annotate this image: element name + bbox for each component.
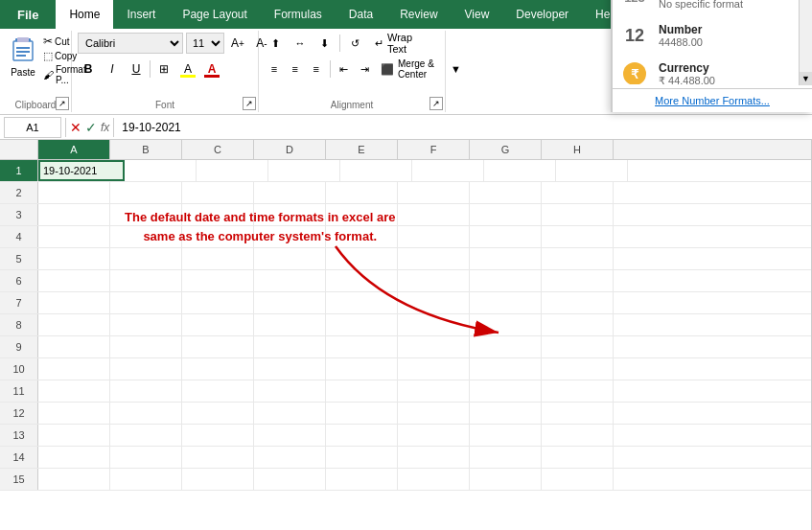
table-row: 6 <box>0 270 811 292</box>
alignment-label: Alignment <box>259 100 445 110</box>
format-scrollbar[interactable]: ▲ ▼ <box>799 0 812 85</box>
cell-e1[interactable] <box>340 160 412 181</box>
paste-icon <box>8 35 38 65</box>
tab-file[interactable]: File <box>0 0 56 29</box>
cell-b1[interactable] <box>125 160 197 181</box>
clipboard-dialog-btn[interactable]: ↗ <box>56 97 69 110</box>
alignment-dialog-btn[interactable]: ↗ <box>429 97 443 110</box>
scroll-down-btn[interactable]: ▼ <box>800 72 812 85</box>
bold-button[interactable]: B <box>78 58 99 80</box>
ribbon: Paste ✂Cut ⬚Copy 🖌Format P... Clipboard … <box>0 29 812 115</box>
align-bottom-btn[interactable]: ⬇ <box>313 33 336 54</box>
col-header-a[interactable]: A <box>38 140 110 159</box>
col-header-d[interactable]: D <box>254 140 326 159</box>
align-top-btn[interactable]: ⬆ <box>265 33 287 54</box>
currency-svg: ₹ <box>621 60 648 84</box>
tab-home[interactable]: Home <box>56 0 113 29</box>
font-group: Calibri 11 A+ A- B I U ⊞ A A Font ↗ <box>72 31 259 112</box>
underline-button[interactable]: U <box>126 58 147 80</box>
number-icon: 12 <box>620 21 649 50</box>
table-row: 10 <box>0 358 811 380</box>
row-num-1: 1 <box>0 160 38 181</box>
tab-formulas[interactable]: Formulas <box>261 0 336 29</box>
cell-c1[interactable] <box>197 160 268 181</box>
col-header-e[interactable]: E <box>326 140 398 159</box>
align-right-btn[interactable]: ≡ <box>307 58 326 80</box>
col-header-h[interactable]: H <box>542 140 614 159</box>
cell-g1[interactable] <box>484 160 556 181</box>
format-item-currency[interactable]: ₹ Currency ₹ 44,488.00 <box>613 55 812 84</box>
row-num-header <box>0 140 38 159</box>
fill-color-button[interactable]: A <box>177 58 198 80</box>
general-value: No specific format <box>659 0 743 10</box>
font-dialog-btn[interactable]: ↗ <box>243 97 256 110</box>
paste-label: Paste <box>11 67 35 78</box>
wrap-text-icon: ↵ <box>375 37 383 50</box>
formula-check-btn[interactable]: ✓ <box>85 120 97 135</box>
table-row: 11 <box>0 380 811 403</box>
number-text: Number 44488.00 <box>659 23 703 48</box>
formula-x-btn[interactable]: ✕ <box>70 120 81 135</box>
merge-icon: ⬛ <box>381 63 394 76</box>
border-button[interactable]: ⊞ <box>153 58 174 80</box>
svg-rect-2 <box>17 37 29 42</box>
tab-developer[interactable]: Developer <box>502 0 582 29</box>
spreadsheet-area: A B C D E F G H 1 19-10-2021 <box>0 140 812 530</box>
format-panel: 2 ▼ 123 General No specific format <box>611 0 812 112</box>
table-row: 13 <box>0 425 811 447</box>
table-row: 15 <box>0 469 811 491</box>
more-formats-link[interactable]: More Number Formats... <box>613 88 812 112</box>
formula-input[interactable] <box>118 117 808 138</box>
tab-data[interactable]: Data <box>336 0 386 29</box>
font-label: Font <box>72 100 258 110</box>
increase-indent-btn[interactable]: ⇥ <box>355 58 374 80</box>
cell-a1[interactable]: 19-10-2021 <box>38 160 125 181</box>
wrap-text-button[interactable]: ↵ Wrap Text <box>368 33 439 54</box>
svg-rect-3 <box>16 47 30 49</box>
table-row: 8 <box>0 314 811 336</box>
tab-view[interactable]: View <box>452 0 503 29</box>
paste-button[interactable]: Paste <box>6 33 40 78</box>
cell-d1[interactable] <box>268 160 340 181</box>
formula-divider <box>65 118 66 137</box>
font-name-select[interactable]: Calibri <box>78 33 183 54</box>
table-row: 12 <box>0 403 811 425</box>
text-direction-btn[interactable]: ↺ <box>344 33 366 54</box>
col-header-b[interactable]: B <box>110 140 182 159</box>
align-center-btn[interactable]: ≡ <box>286 58 305 80</box>
format-item-number[interactable]: 12 Number 44488.00 <box>613 16 812 55</box>
formula-divider2 <box>113 118 114 137</box>
grid-container: A B C D E F G H 1 19-10-2021 <box>0 140 812 530</box>
align-left-btn[interactable]: ≡ <box>265 58 284 80</box>
table-row: 3 <box>0 204 811 226</box>
table-row: 1 19-10-2021 <box>0 160 811 182</box>
name-box[interactable]: A1 <box>4 117 61 138</box>
col-header-g[interactable]: G <box>470 140 542 159</box>
currency-value: ₹ 44,488.00 <box>659 75 715 85</box>
col-headers: A B C D E F G H <box>0 140 811 160</box>
currency-text: Currency ₹ 44,488.00 <box>659 61 715 85</box>
tab-review[interactable]: Review <box>386 0 451 29</box>
font-increase-btn[interactable]: A+ <box>227 33 248 54</box>
decrease-indent-btn[interactable]: ⇤ <box>334 58 353 80</box>
align-middle-btn[interactable]: ↔ <box>289 33 311 54</box>
currency-name: Currency <box>659 61 715 75</box>
format-item-general[interactable]: 123 General No specific format <box>613 0 812 16</box>
scroll-track <box>800 0 812 72</box>
col-header-c[interactable]: C <box>182 140 254 159</box>
svg-text:₹: ₹ <box>631 67 639 81</box>
tab-page-layout[interactable]: Page Layout <box>169 0 260 29</box>
italic-button[interactable]: I <box>102 58 123 80</box>
font-size-select[interactable]: 11 <box>186 33 224 54</box>
clipboard-group: Paste ✂Cut ⬚Copy 🖌Format P... Clipboard … <box>0 31 72 112</box>
table-row: 2 <box>0 182 811 204</box>
cell-a2[interactable] <box>38 182 110 203</box>
tab-insert[interactable]: Insert <box>113 0 169 29</box>
cell-h1[interactable] <box>556 160 628 181</box>
number-name: Number <box>659 23 703 36</box>
col-header-f[interactable]: F <box>398 140 470 159</box>
fx-label: fx <box>101 121 109 134</box>
font-color-button[interactable]: A <box>201 58 222 80</box>
cell-f1[interactable] <box>412 160 484 181</box>
merge-label: Merge & Center <box>398 58 447 80</box>
